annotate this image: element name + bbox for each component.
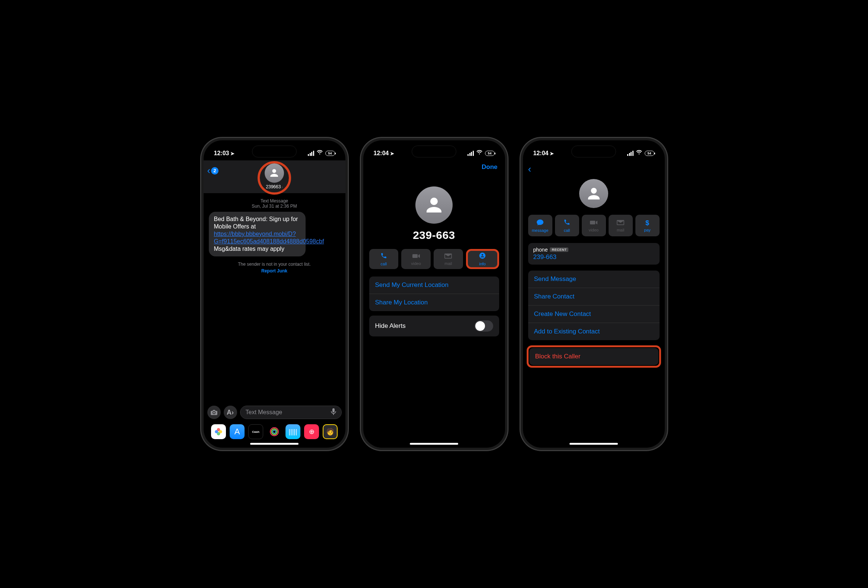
wifi-icon (476, 150, 483, 157)
dynamic-island (571, 146, 616, 158)
report-junk-button[interactable]: Report Junk (209, 268, 340, 274)
pay-button[interactable]: $ pay (635, 215, 660, 236)
person-icon (479, 252, 486, 261)
dynamic-island (252, 146, 297, 158)
status-time: 12:04 (374, 150, 389, 157)
chevron-right-icon: › (281, 185, 282, 189)
svg-point-3 (215, 430, 218, 433)
phone-icon (380, 252, 387, 261)
mail-icon (617, 219, 624, 227)
phone-section[interactable]: phone RECENT 239-663 (528, 243, 660, 265)
call-button[interactable]: call (555, 215, 579, 236)
block-caller-button[interactable]: Block this Caller (529, 348, 658, 365)
mail-button[interactable]: mail (608, 215, 633, 236)
home-indicator[interactable] (570, 443, 618, 445)
dock-fitness[interactable] (267, 424, 282, 439)
hide-alerts-row: Hide Alerts (369, 315, 499, 336)
location-icon: ➤ (390, 151, 394, 156)
phone-label: phone (533, 247, 548, 253)
battery-icon: 54 (325, 151, 335, 156)
cellular-icon (468, 151, 474, 156)
message-meta: Text Message Sun, Jul 31 at 2:36 PM (209, 198, 340, 209)
camera-button[interactable] (207, 406, 221, 419)
mail-icon (444, 253, 452, 261)
app-dock: A Cash ||||| ⊕ 🧑 (204, 422, 345, 439)
phone-icon (564, 219, 570, 227)
send-location-button[interactable]: Send My Current Location (369, 277, 499, 294)
cellular-icon (308, 151, 314, 156)
video-button[interactable]: video (582, 215, 606, 236)
dock-music[interactable]: ||||| (285, 424, 300, 439)
mail-button[interactable]: mail (434, 249, 463, 269)
appstore-button[interactable]: A⁠› (224, 406, 237, 419)
home-indicator[interactable] (250, 443, 298, 445)
share-location-button[interactable]: Share My Location (369, 294, 499, 311)
contact-name[interactable]: 239663› (266, 184, 282, 189)
info-button[interactable]: info (466, 249, 499, 269)
contact-avatar[interactable] (265, 164, 284, 183)
back-button[interactable]: ‹ (528, 164, 531, 175)
message-link[interactable]: https://bbby.bbbeyond.mobi/D?G=f9115ec60… (214, 231, 324, 245)
video-button[interactable]: video (401, 249, 431, 269)
location-icon: ➤ (230, 151, 235, 156)
video-icon (412, 253, 420, 261)
highlight-rect: Block this Caller (527, 345, 661, 368)
hide-alerts-toggle[interactable] (475, 320, 493, 332)
location-icon: ➤ (550, 151, 554, 156)
phone-number[interactable]: 239-663 (533, 253, 654, 261)
dollar-icon: $ (645, 219, 649, 227)
conversation-header: ‹ 2 239663› (204, 161, 345, 193)
wifi-icon (636, 150, 642, 157)
dynamic-island (412, 146, 456, 158)
message-icon (536, 219, 544, 227)
recent-badge: RECENT (550, 248, 568, 252)
cellular-icon (627, 151, 633, 156)
dock-search[interactable]: ⊕ (304, 424, 319, 439)
message-bubble[interactable]: Bed Bath & Beyond: Sign up for Mobile Of… (209, 212, 306, 256)
phone-3: 12:04 ➤ 54 ‹ message call (521, 138, 667, 450)
message-button[interactable]: message (528, 215, 552, 236)
dock-appstore[interactable]: A (230, 424, 245, 439)
send-message-button[interactable]: Send Message (528, 271, 660, 288)
status-time: 12:04 (533, 150, 549, 157)
message-input[interactable]: Text Message (240, 406, 342, 419)
sender-note: The sender is not in your contact list. (209, 262, 340, 267)
phone-2: 12:04 ➤ 54 Done 239-663 call video (361, 138, 507, 450)
phone-1: 12:03 ➤ 54 ‹ 2 23966 (201, 138, 348, 450)
battery-icon: 54 (645, 151, 654, 156)
battery-icon: 54 (485, 151, 495, 156)
contact-avatar (579, 179, 608, 208)
home-indicator[interactable] (410, 443, 458, 445)
wifi-icon (316, 150, 323, 157)
input-placeholder: Text Message (246, 409, 282, 416)
dock-applecash[interactable]: Cash (248, 424, 263, 439)
call-button[interactable]: call (369, 249, 399, 269)
dock-photos[interactable] (211, 424, 226, 439)
contact-number: 239-663 (413, 229, 455, 242)
svg-point-6 (273, 430, 276, 433)
contact-avatar (415, 186, 453, 224)
status-time: 12:03 (214, 150, 229, 157)
add-existing-button[interactable]: Add to Existing Contact (528, 323, 660, 340)
mic-icon[interactable] (331, 408, 336, 417)
video-icon (590, 219, 597, 227)
create-contact-button[interactable]: Create New Contact (528, 305, 660, 323)
done-button[interactable]: Done (482, 164, 497, 171)
share-contact-button[interactable]: Share Contact (528, 288, 660, 305)
compose-bar: A⁠› Text Message (204, 406, 345, 422)
dock-memoji[interactable]: 🧑 (323, 424, 338, 439)
